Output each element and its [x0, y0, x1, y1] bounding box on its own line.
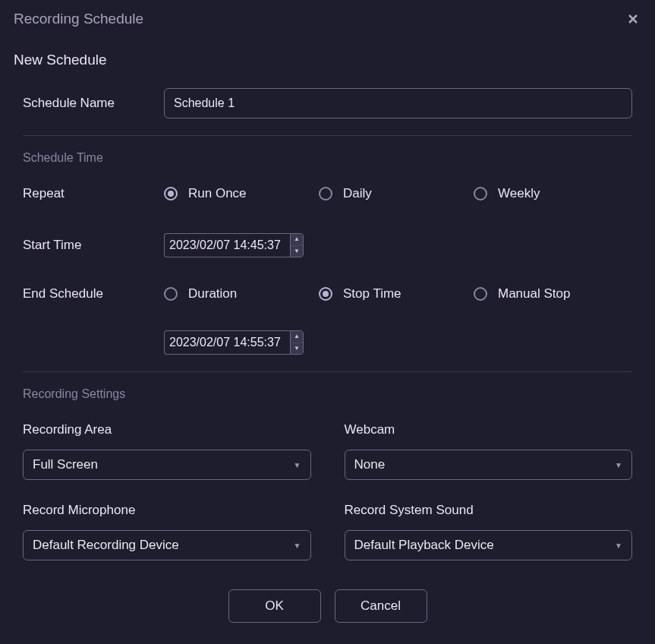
stop-time-input[interactable] — [164, 330, 290, 355]
start-time-spinner: ▲ ▼ — [290, 233, 304, 257]
webcam-label: Webcam — [345, 422, 633, 437]
radio-icon — [164, 287, 178, 301]
end-schedule-radio-group: Duration Stop Time Manual Stop — [164, 286, 632, 301]
recording-area-label: Recording Area — [23, 422, 311, 437]
schedule-name-label: Schedule Name — [23, 96, 164, 111]
radio-icon — [474, 287, 487, 301]
recording-area-select[interactable]: Full Screen ▼ — [23, 450, 311, 480]
titlebar: Recording Schedule — [0, 0, 655, 38]
repeat-run-once[interactable]: Run Once — [164, 186, 319, 201]
start-time-up[interactable]: ▲ — [291, 234, 303, 246]
end-schedule-label: End Schedule — [23, 286, 164, 301]
stop-time-up[interactable]: ▲ — [291, 331, 303, 343]
divider — [23, 371, 632, 372]
repeat-run-once-label: Run Once — [188, 186, 247, 201]
webcam-select[interactable]: None ▼ — [345, 450, 633, 480]
start-time-down[interactable]: ▼ — [291, 246, 303, 257]
repeat-daily[interactable]: Daily — [319, 186, 474, 201]
close-button[interactable] — [626, 12, 640, 26]
start-time-control: ▲ ▼ — [164, 233, 304, 257]
repeat-daily-label: Daily — [343, 186, 372, 201]
close-icon — [628, 14, 638, 24]
chevron-down-icon: ▼ — [615, 541, 622, 550]
end-stop-time-label: Stop Time — [343, 286, 402, 301]
repeat-weekly-label: Weekly — [498, 186, 540, 201]
radio-icon — [164, 187, 178, 200]
section-schedule-time: Schedule Time — [23, 151, 632, 165]
stop-time-control: ▲ ▼ — [164, 330, 632, 355]
end-manual-stop-label: Manual Stop — [498, 286, 570, 301]
section-recording-settings: Recording Settings — [23, 387, 632, 401]
page-subtitle: New Schedule — [14, 52, 641, 68]
schedule-name-input[interactable] — [164, 88, 632, 118]
end-stop-time[interactable]: Stop Time — [319, 286, 474, 301]
chevron-down-icon: ▼ — [615, 461, 622, 469]
repeat-label: Repeat — [23, 186, 164, 201]
record-system-sound-select[interactable]: Default Playback Device ▼ — [345, 530, 633, 560]
record-microphone-select[interactable]: Default Recording Device ▼ — [23, 530, 311, 560]
radio-icon — [319, 187, 332, 200]
webcam-value: None — [354, 457, 386, 472]
cancel-button[interactable]: Cancel — [335, 589, 427, 623]
ok-button[interactable]: OK — [228, 589, 321, 623]
stop-time-down[interactable]: ▼ — [291, 343, 303, 355]
record-microphone-label: Record Microphone — [23, 503, 311, 518]
record-system-sound-label: Record System Sound — [345, 503, 633, 518]
stop-time-spinner: ▲ ▼ — [290, 330, 304, 355]
record-microphone-value: Default Recording Device — [33, 538, 179, 553]
divider — [23, 135, 632, 136]
start-time-label: Start Time — [23, 238, 164, 253]
chevron-down-icon: ▼ — [294, 541, 301, 550]
record-system-sound-value: Default Playback Device — [354, 538, 494, 553]
start-time-input[interactable] — [164, 233, 290, 257]
recording-area-value: Full Screen — [33, 457, 98, 472]
end-manual-stop[interactable]: Manual Stop — [474, 286, 628, 301]
radio-icon — [319, 287, 332, 301]
repeat-radio-group: Run Once Daily Weekly — [164, 186, 632, 201]
repeat-weekly[interactable]: Weekly — [474, 186, 628, 201]
chevron-down-icon: ▼ — [294, 461, 301, 469]
dialog-title: Recording Schedule — [14, 11, 143, 27]
end-duration[interactable]: Duration — [164, 286, 319, 301]
radio-icon — [474, 187, 487, 200]
end-duration-label: Duration — [188, 286, 237, 301]
